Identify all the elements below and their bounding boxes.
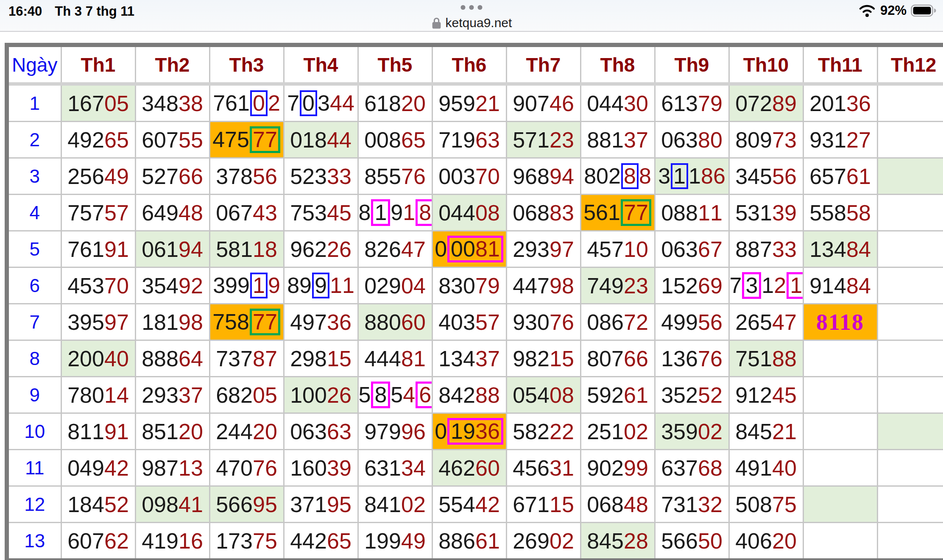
result-cell [877, 450, 943, 486]
blue-digit-box: 1 [250, 273, 268, 298]
result-cell: 50875 [729, 486, 803, 523]
result-cell: 65761 [803, 158, 877, 195]
result-cell: 31186 [655, 158, 729, 195]
result-cell: 55858 [803, 195, 877, 231]
result-cell: 06363 [284, 413, 358, 450]
result-cell: 56695 [209, 486, 284, 523]
day-cell: 4 [7, 195, 61, 231]
result-cell: 88060 [358, 304, 432, 340]
result-cell: 09841 [135, 486, 209, 523]
result-cell: 60755 [135, 122, 209, 158]
result-cell: 93076 [506, 304, 580, 340]
result-cell [803, 450, 877, 486]
lock-icon [431, 17, 442, 29]
header-row: NgàyTh1Th2Th3Th4Th5Th6Th7Th8Th9Th10Th11T… [7, 45, 943, 84]
result-cell: 04430 [580, 84, 655, 122]
table-row: 1167053483876102703446182095921907460443… [7, 84, 943, 122]
result-cell: 88661 [432, 523, 506, 560]
result-cell: 25649 [61, 158, 135, 195]
table-row: 7395971819875877497368806040357930760867… [7, 304, 943, 340]
green-digit-box: 77 [621, 199, 651, 226]
day-cell: 11 [7, 450, 61, 486]
result-cell: 91245 [729, 377, 803, 413]
result-cell: 52333 [284, 158, 358, 195]
table-row: 1104942987134707616039631344626045631902… [7, 450, 943, 486]
result-cell: 96894 [506, 158, 580, 195]
column-header-th1: Th1 [61, 45, 135, 84]
result-cell: 17375 [209, 523, 284, 560]
result-cell: 35902 [655, 413, 729, 450]
result-cell: 49956 [655, 304, 729, 340]
result-cell: 68205 [209, 377, 284, 413]
result-cell: 73132 [655, 486, 729, 523]
green-digit-box: 77 [250, 309, 280, 335]
result-cell: 63768 [655, 450, 729, 486]
address-bar[interactable]: ketqua9.net [0, 15, 943, 31]
result-cell: 70344 [284, 84, 358, 122]
result-cell: 83079 [432, 267, 506, 304]
result-cell: 76191 [61, 231, 135, 267]
result-cell: 75345 [284, 195, 358, 231]
result-cell: 80288 [580, 158, 655, 195]
magenta-digit-box: 1 [371, 199, 390, 226]
result-cell: 40357 [432, 304, 506, 340]
result-cell: 06380 [655, 122, 729, 158]
result-cell: 39597 [61, 304, 135, 340]
magenta-digit-box: 3 [742, 272, 761, 299]
table-row: 6453703549239919899110290483079447987492… [7, 267, 943, 304]
result-cell: 63134 [358, 450, 432, 486]
results-table-body: 1167053483876102703446182095921907460443… [7, 84, 943, 560]
result-cell [877, 122, 943, 158]
result-cell: 16039 [284, 450, 358, 486]
result-cell: 75757 [61, 195, 135, 231]
result-cell: 75877 [209, 304, 284, 340]
result-cell: 46260 [432, 450, 506, 486]
result-cell: 80766 [580, 340, 655, 377]
result-cell [877, 486, 943, 523]
result-cell [803, 340, 877, 377]
result-cell: 37856 [209, 158, 284, 195]
blue-digit-box: 1 [671, 163, 688, 189]
result-cell: 34838 [135, 84, 209, 122]
result-cell: 58222 [506, 413, 580, 450]
result-cell: 78014 [61, 377, 135, 413]
result-cell: 00370 [432, 158, 506, 195]
result-cell: 49736 [284, 304, 358, 340]
column-header-th7: Th7 [506, 45, 580, 84]
table-row: 4757576494806743753458191804408068835617… [7, 195, 943, 231]
result-cell: 15269 [655, 267, 729, 304]
magenta-digit-box: 1 [787, 272, 803, 299]
result-cell: 57123 [506, 122, 580, 158]
magenta-digit-box: 0081 [447, 236, 503, 262]
result-cell: 39919 [209, 267, 284, 304]
column-header-th9: Th9 [655, 45, 729, 84]
column-header-th10: Th10 [729, 45, 803, 84]
result-cell [877, 231, 943, 267]
result-cell: 8118 [803, 304, 877, 340]
result-cell: 08672 [580, 304, 655, 340]
result-cell: 01844 [284, 122, 358, 158]
result-cell: 59261 [580, 377, 655, 413]
result-cell [877, 413, 943, 450]
result-cell: 35492 [135, 267, 209, 304]
result-cell: 26902 [506, 523, 580, 560]
result-cell: 90299 [580, 450, 655, 486]
result-cell: 02904 [358, 267, 432, 304]
result-cell [877, 340, 943, 377]
result-cell: 84102 [358, 486, 432, 523]
result-cell: 41916 [135, 523, 209, 560]
result-cell [803, 486, 877, 523]
result-cell: 29815 [284, 340, 358, 377]
column-header-th8: Th8 [580, 45, 655, 84]
result-cell: 67115 [506, 486, 580, 523]
result-cell: 98713 [135, 450, 209, 486]
result-cell [877, 84, 943, 122]
result-cell: 53139 [729, 195, 803, 231]
result-cell: 73787 [209, 340, 284, 377]
ellipsis-icon[interactable] [461, 5, 483, 10]
result-cell: 47076 [209, 450, 284, 486]
column-header-th6: Th6 [432, 45, 506, 84]
result-cell: 44481 [358, 340, 432, 377]
result-cell: 88864 [135, 340, 209, 377]
result-cell: 82647 [358, 231, 432, 267]
